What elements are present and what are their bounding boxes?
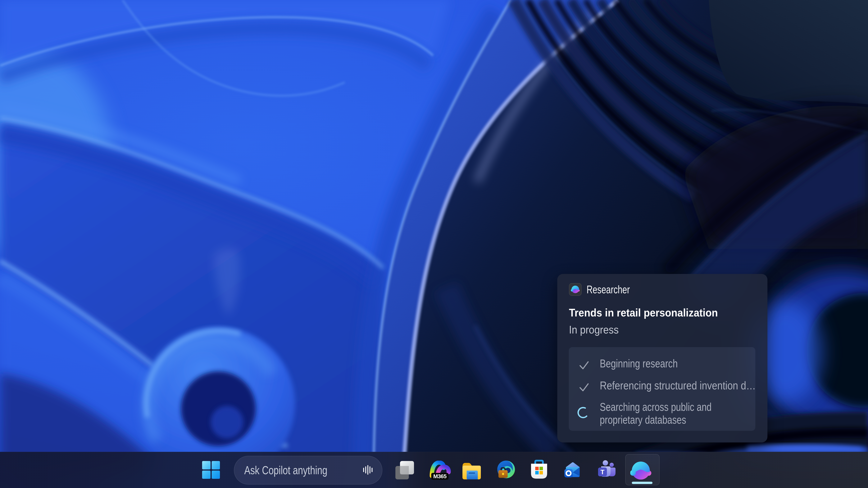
svg-text:T: T [600, 468, 604, 476]
svg-text:M365: M365 [433, 473, 446, 479]
